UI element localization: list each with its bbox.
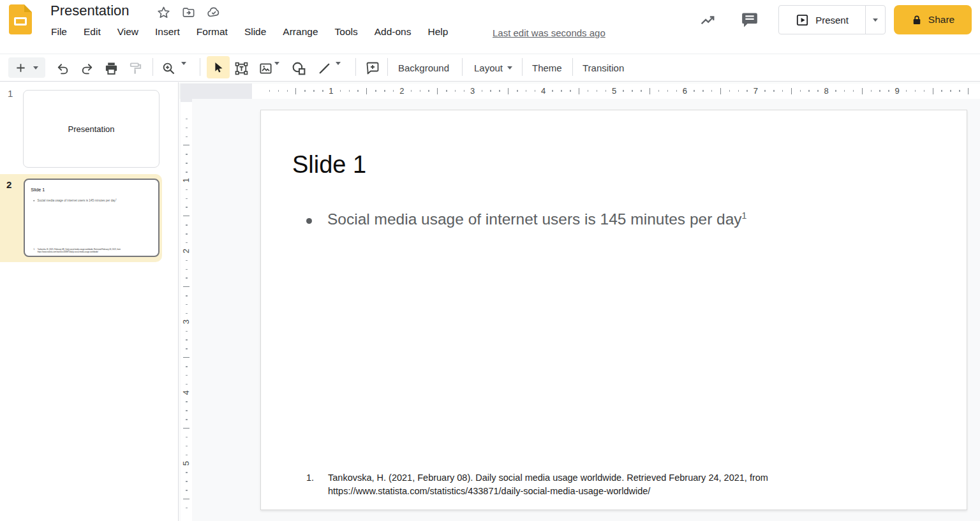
menu-file[interactable]: File — [51, 26, 67, 38]
toolbar-separator — [572, 58, 573, 76]
v-ruler-number: 3 — [181, 317, 191, 327]
vertical-ruler-margin — [181, 84, 192, 102]
h-ruler-number: 8 — [824, 86, 829, 96]
present-button[interactable]: Present — [779, 6, 865, 34]
h-ruler-number: 3 — [470, 86, 475, 96]
toolbar: Background Layout Theme Transition — [0, 54, 980, 82]
menu-insert[interactable]: Insert — [155, 26, 180, 38]
cloud-saved-icon[interactable] — [206, 5, 221, 20]
horizontal-ruler: 123456789 — [252, 84, 980, 99]
toolbar-separator — [200, 58, 200, 76]
paint-format-button[interactable] — [126, 59, 144, 77]
cursor-icon — [211, 61, 225, 75]
slide-1-thumbnail[interactable]: Presentation — [23, 90, 160, 168]
layout-button[interactable]: Layout — [474, 54, 512, 81]
share-button-label: Share — [928, 14, 954, 26]
toolbar-separator — [387, 58, 388, 76]
menu-format[interactable]: Format — [197, 26, 228, 38]
menu-addons[interactable]: Add-ons — [375, 26, 412, 38]
plus-icon — [15, 62, 26, 73]
v-ruler-number: 5 — [181, 459, 191, 468]
menu-view[interactable]: View — [117, 26, 138, 38]
menu-slide[interactable]: Slide — [244, 26, 266, 38]
toolbar-separator — [355, 58, 356, 76]
move-to-folder-icon[interactable] — [181, 5, 196, 20]
chevron-down-icon — [873, 18, 878, 22]
toolbar-separator — [522, 58, 523, 76]
mini-slide-title: Slide 1 — [31, 187, 45, 193]
zoom-button[interactable] — [160, 59, 177, 77]
vertical-ruler: 12345 — [181, 102, 192, 521]
slide-2-number: 2 — [6, 179, 11, 190]
activity-trend-icon[interactable] — [698, 11, 717, 29]
slide-footnote-text[interactable]: 1. Tankovska, H. (2021, February 08). Da… — [306, 471, 768, 498]
slide-title-text[interactable]: Slide 1 — [292, 151, 366, 179]
slide-2-thumbnail[interactable]: Slide 1 Social media usage of internet u… — [24, 179, 160, 257]
document-title[interactable]: Presentation — [50, 3, 130, 19]
star-icon[interactable] — [156, 5, 171, 20]
layout-caret-icon — [507, 66, 512, 70]
new-slide-caret-icon — [33, 66, 38, 70]
text-box-button[interactable] — [232, 59, 250, 77]
menu-edit[interactable]: Edit — [84, 26, 101, 38]
h-ruler-number: 1 — [329, 86, 333, 96]
share-button[interactable]: Share — [894, 5, 972, 34]
image-caret-icon[interactable] — [274, 65, 279, 77]
slide-1-thumbnail-title: Presentation — [68, 124, 115, 134]
layout-button-label: Layout — [474, 62, 503, 73]
menu-tools[interactable]: Tools — [335, 26, 358, 38]
h-ruler-number: 9 — [895, 86, 899, 96]
mini-slide-bullet: Social media usage of internet users is … — [33, 199, 116, 202]
print-button[interactable] — [102, 59, 120, 77]
redo-button[interactable] — [78, 59, 96, 77]
slide-bullet-text[interactable]: Social media usage of internet users is … — [306, 210, 746, 228]
bullet-dot — [33, 200, 34, 202]
new-slide-button[interactable] — [8, 57, 45, 78]
lock-icon — [911, 14, 923, 26]
theme-button[interactable]: Theme — [532, 54, 562, 81]
app-header: Presentation File Edit View Insert Forma… — [0, 0, 980, 54]
background-button[interactable]: Background — [398, 54, 449, 81]
bullet-superscript: 1 — [742, 210, 747, 221]
toolbar-separator — [152, 58, 153, 76]
h-ruler-number: 7 — [754, 86, 758, 96]
slide-canvas[interactable]: Slide 1 Social media usage of internet u… — [260, 110, 967, 510]
bullet-dot — [306, 218, 312, 224]
menu-bar: File Edit View Insert Format Slide Arran… — [51, 26, 448, 38]
insert-line-button[interactable] — [315, 59, 333, 77]
slide-1-number: 1 — [8, 88, 13, 99]
h-ruler-number: 4 — [541, 86, 546, 96]
line-caret-icon[interactable] — [336, 65, 341, 77]
toolbar-separator — [462, 58, 463, 76]
present-button-group: Present — [778, 5, 886, 34]
v-ruler-number: 4 — [181, 388, 191, 397]
menu-help[interactable]: Help — [427, 26, 448, 38]
v-ruler-number: 1 — [181, 175, 191, 185]
horizontal-ruler-margin — [192, 84, 252, 99]
zoom-caret-icon[interactable] — [181, 65, 186, 77]
comments-icon[interactable] — [740, 11, 759, 29]
logo-frame — [14, 17, 27, 26]
insert-image-button[interactable] — [256, 59, 274, 77]
present-dropdown-button[interactable] — [865, 6, 885, 34]
slides-filmstrip: 1 Presentation 2 Slide 1 Social media us… — [0, 82, 179, 521]
last-edit-status[interactable]: Last edit was seconds ago — [493, 27, 605, 38]
slides-logo-icon[interactable] — [9, 4, 32, 34]
h-ruler-number: 6 — [683, 86, 687, 96]
logo-fold — [24, 4, 32, 12]
editor-workarea: 123456789 12345 Slide 1 Social media usa… — [179, 82, 980, 521]
v-ruler-number: 2 — [181, 246, 191, 256]
h-ruler-number: 5 — [612, 86, 616, 96]
menu-arrange[interactable]: Arrange — [283, 26, 318, 38]
slide-2-thumbnail-content: Slide 1 Social media usage of internet u… — [25, 180, 158, 255]
undo-button[interactable] — [54, 59, 71, 77]
h-ruler-number: 2 — [399, 86, 404, 96]
transition-button[interactable]: Transition — [583, 54, 624, 81]
present-button-label: Present — [815, 15, 849, 26]
select-tool-button[interactable] — [207, 56, 230, 78]
insert-shape-button[interactable] — [290, 59, 308, 77]
add-comment-button[interactable] — [364, 59, 382, 77]
mini-slide-footnote: 1. Tankovska, H. (2021, February 08). Da… — [33, 248, 121, 253]
